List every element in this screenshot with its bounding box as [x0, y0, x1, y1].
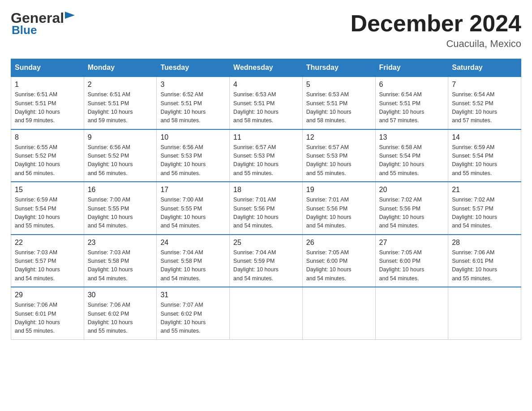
calendar-cell: 15 Sunrise: 6:59 AMSunset: 5:54 PMDaylig…: [11, 182, 84, 235]
calendar-cell: 6 Sunrise: 6:54 AMSunset: 5:51 PMDayligh…: [375, 77, 448, 129]
day-info: Sunrise: 6:51 AMSunset: 5:51 PMDaylight:…: [88, 90, 153, 125]
day-info: Sunrise: 7:07 AMSunset: 6:02 PMDaylight:…: [160, 301, 226, 336]
day-info: Sunrise: 7:02 AMSunset: 5:57 PMDaylight:…: [452, 196, 517, 231]
calendar-cell: [448, 287, 521, 339]
day-number: 17: [160, 186, 226, 194]
calendar-cell: 30 Sunrise: 7:06 AMSunset: 6:02 PMDaylig…: [84, 287, 157, 339]
day-info: Sunrise: 7:01 AMSunset: 5:56 PMDaylight:…: [306, 196, 372, 231]
day-info: Sunrise: 7:03 AMSunset: 5:57 PMDaylight:…: [15, 248, 80, 283]
month-title: December 2024: [350, 11, 521, 36]
calendar-cell: 13 Sunrise: 6:58 AMSunset: 5:54 PMDaylig…: [375, 129, 448, 182]
day-number: 23: [88, 239, 153, 247]
calendar-cell: 4 Sunrise: 6:53 AMSunset: 5:51 PMDayligh…: [230, 77, 303, 129]
day-info: Sunrise: 6:58 AMSunset: 5:54 PMDaylight:…: [379, 143, 445, 178]
day-number: 8: [15, 133, 80, 141]
calendar-week-row: 1 Sunrise: 6:51 AMSunset: 5:51 PMDayligh…: [11, 77, 521, 129]
calendar-cell: 1 Sunrise: 6:51 AMSunset: 5:51 PMDayligh…: [11, 77, 84, 129]
calendar-cell: [302, 287, 375, 339]
day-number: 7: [452, 81, 517, 89]
calendar-cell: 26 Sunrise: 7:05 AMSunset: 6:00 PMDaylig…: [302, 235, 375, 287]
header-wednesday: Wednesday: [230, 59, 303, 77]
day-number: 13: [379, 133, 445, 141]
day-info: Sunrise: 6:57 AMSunset: 5:53 PMDaylight:…: [306, 143, 372, 178]
calendar-cell: 20 Sunrise: 7:02 AMSunset: 5:56 PMDaylig…: [375, 182, 448, 235]
day-number: 26: [306, 239, 372, 247]
logo-blue: Blue: [12, 23, 37, 37]
calendar-cell: 17 Sunrise: 7:00 AMSunset: 5:55 PMDaylig…: [157, 182, 230, 235]
calendar-cell: 10 Sunrise: 6:56 AMSunset: 5:53 PMDaylig…: [157, 129, 230, 182]
calendar-cell: 19 Sunrise: 7:01 AMSunset: 5:56 PMDaylig…: [302, 182, 375, 235]
day-info: Sunrise: 7:00 AMSunset: 5:55 PMDaylight:…: [160, 196, 226, 231]
calendar-cell: 27 Sunrise: 7:05 AMSunset: 6:00 PMDaylig…: [375, 235, 448, 287]
day-info: Sunrise: 6:59 AMSunset: 5:54 PMDaylight:…: [15, 196, 80, 231]
header-friday: Friday: [375, 59, 448, 77]
calendar-cell: 8 Sunrise: 6:55 AMSunset: 5:52 PMDayligh…: [11, 129, 84, 182]
day-number: 30: [88, 291, 153, 299]
calendar-week-row: 8 Sunrise: 6:55 AMSunset: 5:52 PMDayligh…: [11, 129, 521, 182]
calendar-cell: 21 Sunrise: 7:02 AMSunset: 5:57 PMDaylig…: [448, 182, 521, 235]
calendar-cell: 14 Sunrise: 6:59 AMSunset: 5:54 PMDaylig…: [448, 129, 521, 182]
day-number: 27: [379, 239, 445, 247]
header-monday: Monday: [84, 59, 157, 77]
day-number: 9: [88, 133, 153, 141]
calendar-cell: 23 Sunrise: 7:03 AMSunset: 5:58 PMDaylig…: [84, 235, 157, 287]
day-info: Sunrise: 7:04 AMSunset: 5:59 PMDaylight:…: [233, 248, 299, 283]
day-number: 29: [15, 291, 80, 299]
day-info: Sunrise: 7:05 AMSunset: 6:00 PMDaylight:…: [379, 248, 445, 283]
day-number: 31: [160, 291, 226, 299]
calendar-cell: 25 Sunrise: 7:04 AMSunset: 5:59 PMDaylig…: [230, 235, 303, 287]
calendar-table: SundayMondayTuesdayWednesdayThursdayFrid…: [11, 59, 521, 340]
day-info: Sunrise: 7:02 AMSunset: 5:56 PMDaylight:…: [379, 196, 445, 231]
calendar-cell: 5 Sunrise: 6:53 AMSunset: 5:51 PMDayligh…: [302, 77, 375, 129]
day-info: Sunrise: 6:59 AMSunset: 5:54 PMDaylight:…: [452, 143, 517, 178]
day-number: 10: [160, 133, 226, 141]
logo-flag-icon: [65, 12, 75, 21]
calendar-cell: 18 Sunrise: 7:01 AMSunset: 5:56 PMDaylig…: [230, 182, 303, 235]
day-info: Sunrise: 6:51 AMSunset: 5:51 PMDaylight:…: [15, 90, 80, 125]
day-number: 24: [160, 239, 226, 247]
day-number: 3: [160, 81, 226, 89]
day-number: 22: [15, 239, 80, 247]
calendar-cell: 12 Sunrise: 6:57 AMSunset: 5:53 PMDaylig…: [302, 129, 375, 182]
day-info: Sunrise: 7:06 AMSunset: 6:02 PMDaylight:…: [88, 301, 153, 336]
calendar-cell: 29 Sunrise: 7:06 AMSunset: 6:01 PMDaylig…: [11, 287, 84, 339]
day-info: Sunrise: 7:04 AMSunset: 5:58 PMDaylight:…: [160, 248, 226, 283]
day-info: Sunrise: 6:55 AMSunset: 5:52 PMDaylight:…: [15, 143, 80, 178]
day-info: Sunrise: 7:06 AMSunset: 6:01 PMDaylight:…: [452, 248, 517, 283]
day-info: Sunrise: 6:57 AMSunset: 5:53 PMDaylight:…: [233, 143, 299, 178]
calendar-cell: 31 Sunrise: 7:07 AMSunset: 6:02 PMDaylig…: [157, 287, 230, 339]
day-number: 15: [15, 186, 80, 194]
title-block: December 2024 Cuacuila, Mexico: [350, 11, 521, 50]
calendar-week-row: 29 Sunrise: 7:06 AMSunset: 6:01 PMDaylig…: [11, 287, 521, 339]
day-number: 1: [15, 81, 80, 89]
calendar-cell: 22 Sunrise: 7:03 AMSunset: 5:57 PMDaylig…: [11, 235, 84, 287]
day-info: Sunrise: 6:56 AMSunset: 5:53 PMDaylight:…: [160, 143, 226, 178]
day-number: 16: [88, 186, 153, 194]
day-info: Sunrise: 6:52 AMSunset: 5:51 PMDaylight:…: [160, 90, 226, 125]
calendar-cell: 7 Sunrise: 6:54 AMSunset: 5:52 PMDayligh…: [448, 77, 521, 129]
day-info: Sunrise: 6:53 AMSunset: 5:51 PMDaylight:…: [233, 90, 299, 125]
day-number: 20: [379, 186, 445, 194]
day-info: Sunrise: 7:06 AMSunset: 6:01 PMDaylight:…: [15, 301, 80, 336]
day-info: Sunrise: 7:00 AMSunset: 5:55 PMDaylight:…: [88, 196, 153, 231]
calendar-cell: 16 Sunrise: 7:00 AMSunset: 5:55 PMDaylig…: [84, 182, 157, 235]
day-info: Sunrise: 6:54 AMSunset: 5:52 PMDaylight:…: [452, 90, 517, 125]
day-number: 28: [452, 239, 517, 247]
day-info: Sunrise: 7:03 AMSunset: 5:58 PMDaylight:…: [88, 248, 153, 283]
day-number: 14: [452, 133, 517, 141]
page-header: General Blue December 2024 Cuacuila, Mex…: [11, 11, 521, 50]
header-sunday: Sunday: [11, 59, 84, 77]
location: Cuacuila, Mexico: [350, 38, 521, 50]
calendar-week-row: 15 Sunrise: 6:59 AMSunset: 5:54 PMDaylig…: [11, 182, 521, 235]
calendar-header-row: SundayMondayTuesdayWednesdayThursdayFrid…: [11, 59, 521, 77]
day-number: 21: [452, 186, 517, 194]
day-number: 19: [306, 186, 372, 194]
calendar-cell: 28 Sunrise: 7:06 AMSunset: 6:01 PMDaylig…: [448, 235, 521, 287]
day-number: 5: [306, 81, 372, 89]
day-info: Sunrise: 6:56 AMSunset: 5:52 PMDaylight:…: [88, 143, 153, 178]
logo: General Blue: [11, 11, 75, 37]
day-number: 12: [306, 133, 372, 141]
day-info: Sunrise: 6:54 AMSunset: 5:51 PMDaylight:…: [379, 90, 445, 125]
day-info: Sunrise: 7:01 AMSunset: 5:56 PMDaylight:…: [233, 196, 299, 231]
calendar-cell: 24 Sunrise: 7:04 AMSunset: 5:58 PMDaylig…: [157, 235, 230, 287]
